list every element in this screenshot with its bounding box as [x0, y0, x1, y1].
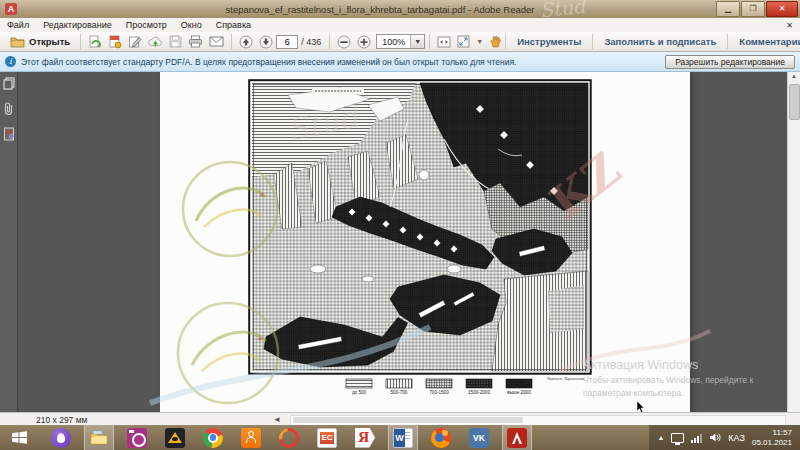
legend-swatch-2	[386, 379, 412, 388]
vertical-scrollbar-thumb[interactable]	[789, 84, 800, 120]
odnoklassniki-icon	[241, 428, 261, 448]
fill-sign-panel-button[interactable]: Заполнить и подписать	[592, 34, 727, 49]
previous-page-button[interactable]	[236, 33, 256, 50]
open-button[interactable]: Открыть	[4, 33, 76, 50]
vk-icon: VK	[469, 428, 489, 448]
sign-pen-icon	[128, 35, 142, 49]
legend-label-1: до 500	[352, 390, 367, 395]
network-status-icon[interactable]	[671, 433, 684, 443]
zoom-level-select[interactable]: 100% ▼	[376, 34, 425, 49]
taskbar-app-screenshot[interactable]	[122, 425, 152, 450]
presentation-app-label: ЕС	[320, 432, 334, 444]
taskbar-app-daemon-tools[interactable]	[160, 425, 190, 450]
taskbar-app-chrome[interactable]	[198, 425, 228, 450]
windows-logo-icon	[11, 430, 28, 445]
legend-label-5: выше 2000	[507, 390, 531, 395]
comments-panel-button[interactable]: Комментарии	[727, 34, 800, 49]
zoom-in-button[interactable]	[354, 33, 374, 50]
yandex-browser-icon: Я	[355, 428, 375, 448]
taskbar-app-file-explorer[interactable]	[84, 425, 114, 450]
chevron-down-icon[interactable]: ▼	[476, 38, 483, 45]
taskbar-app-opera[interactable]	[274, 425, 304, 450]
tools-panel-button[interactable]: Инструменты	[505, 34, 592, 49]
opera-icon	[275, 424, 303, 450]
taskbar-app-word[interactable]: W	[388, 425, 418, 450]
close-button[interactable]: ✕	[766, 1, 798, 17]
pdf-page: до 500 500-700 700-1500 1500-2000 выше 2…	[160, 71, 690, 412]
attachments-paperclip-icon[interactable]	[3, 101, 14, 116]
volume-icon[interactable]	[709, 432, 721, 443]
chevron-down-icon[interactable]: ▼	[410, 35, 424, 48]
fit-width-icon	[437, 36, 451, 48]
pdfa-message: Этот файл соответствует стандарту PDF/A.…	[21, 57, 516, 67]
fit-width-button[interactable]	[434, 33, 454, 50]
scroll-left-icon[interactable]: ◄	[273, 415, 281, 424]
tray-expand-icon[interactable]: ▲	[657, 434, 664, 441]
horizontal-scrollbar-thumb[interactable]	[293, 417, 523, 423]
fullscreen-button[interactable]	[454, 33, 473, 50]
zoom-in-icon	[357, 35, 371, 49]
bookmarks-icon[interactable]	[3, 127, 15, 141]
hand-tool-button[interactable]	[486, 33, 505, 50]
convert-file-button[interactable]	[105, 33, 125, 50]
menu-file[interactable]: Файл	[0, 20, 36, 30]
taskbar: ЕС Я W VK ▲	[0, 425, 800, 450]
enable-editing-button[interactable]: Разрешить редактирование	[665, 55, 795, 69]
menu-edit[interactable]: Редактирование	[36, 20, 119, 30]
presentation-app-icon: ЕС	[317, 428, 337, 448]
taskbar-app-vk[interactable]: VK	[464, 425, 494, 450]
chrome-icon	[203, 428, 223, 448]
taskbar-app-adobe-reader[interactable]	[502, 425, 532, 450]
page-thumbnails-icon[interactable]	[3, 77, 15, 90]
word-icon: W	[393, 428, 413, 448]
menu-help[interactable]: Справка	[209, 20, 258, 30]
signal-strength-icon[interactable]	[691, 433, 702, 443]
legend-swatch-3	[426, 379, 452, 388]
screenshot-app-icon	[127, 428, 147, 448]
toolbar-separator	[429, 34, 430, 49]
start-button[interactable]	[0, 425, 38, 450]
maximize-button[interactable]: ❐	[741, 1, 765, 17]
hand-icon	[489, 35, 502, 48]
system-tray: ▲ КАЗ 11:57 05.01.2021	[649, 425, 800, 450]
export-pdf-icon	[88, 35, 102, 49]
page-size-indicator: 210 x 297 мм	[36, 415, 87, 425]
email-button[interactable]	[206, 33, 227, 50]
taskbar-app-firefox[interactable]	[426, 425, 456, 450]
next-page-button[interactable]	[256, 33, 276, 50]
menu-view[interactable]: Просмотр	[119, 20, 174, 30]
print-button[interactable]	[185, 33, 206, 50]
save-button[interactable]	[166, 33, 185, 50]
taskbar-app-presentation[interactable]: ЕС	[312, 425, 342, 450]
legend-label-3: 700-1500	[429, 390, 449, 395]
language-indicator[interactable]: КАЗ	[728, 433, 745, 443]
sign-document-button[interactable]	[125, 33, 145, 50]
clock[interactable]: 11:57 05.01.2021	[752, 428, 792, 448]
menu-window[interactable]: Окно	[174, 20, 209, 30]
taskbar-app-yandex-browser[interactable]: Я	[350, 425, 380, 450]
menu-bar: Файл Редактирование Просмотр Окно Справк…	[0, 18, 800, 33]
toolbar-separator	[329, 34, 330, 49]
tray-date: 05.01.2021	[752, 438, 792, 448]
toolbar-right-panels: Инструменты Заполнить и подписать Коммен…	[505, 32, 800, 51]
send-to-cloud-button[interactable]	[145, 33, 166, 50]
scroll-up-icon[interactable]: ▲	[788, 71, 800, 82]
minimize-button[interactable]: ▁	[716, 1, 740, 17]
page-down-icon	[259, 35, 273, 49]
floppy-save-icon	[169, 35, 182, 48]
yandex-browser-label: Я	[358, 430, 369, 445]
page-number-input[interactable]	[276, 35, 298, 49]
legend-swatch-1	[346, 379, 372, 388]
save-as-pdf-button[interactable]	[85, 33, 105, 50]
daemon-tools-icon	[165, 428, 185, 448]
toolbar-separator	[80, 34, 81, 49]
zoom-level-value: 100%	[377, 37, 410, 47]
open-button-label: Открыть	[29, 36, 70, 47]
pdfa-info-bar: i Этот файл соответствует стандарту PDF/…	[0, 52, 800, 72]
taskbar-app-yandex-alice[interactable]	[46, 425, 76, 450]
vertical-scrollbar[interactable]: ▲	[787, 71, 800, 412]
close-pane-icon[interactable]: ✕	[786, 21, 800, 30]
taskbar-app-odnoklassniki[interactable]	[236, 425, 266, 450]
zoom-out-button[interactable]	[334, 33, 354, 50]
status-bar: 210 x 297 мм ◄	[0, 412, 800, 426]
